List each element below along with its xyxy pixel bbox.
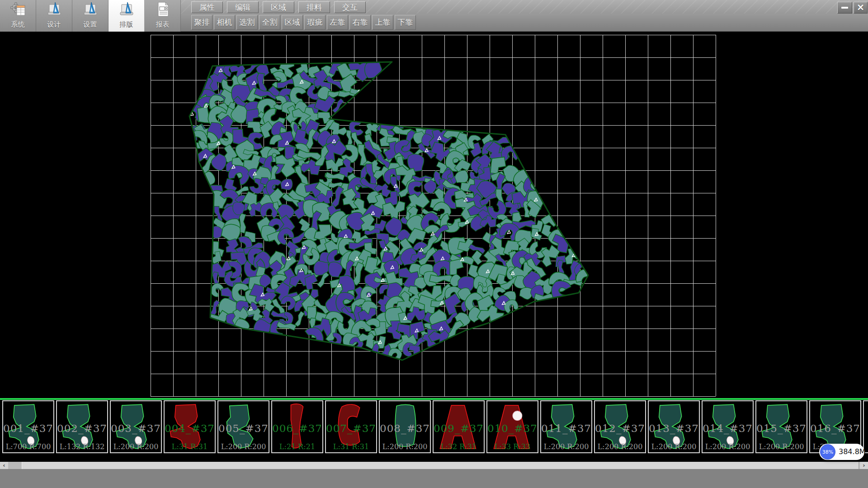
system-icon xyxy=(10,1,26,20)
piece-id: 007_#37 xyxy=(326,422,376,434)
scroll-left-button[interactable]: ‹ xyxy=(0,462,8,469)
piece-id: 011_#37 xyxy=(541,422,591,434)
piece-id: 012_#37 xyxy=(595,422,645,434)
piece-lr-count: L:700 R:700 xyxy=(3,442,53,451)
piece-lr-count: L:200 R:200 xyxy=(649,442,699,451)
thumbnail-7[interactable]: 007_#37 L:31 R:31 xyxy=(325,400,377,453)
thumbnail-9[interactable]: 009_#37 L:32 R:31 xyxy=(433,400,485,453)
piece-lr-count: L:132 R:132 xyxy=(57,442,107,451)
thumbnail-13[interactable]: 013_#37 L:200 R:200 xyxy=(648,400,700,453)
piece-lr-count: L:200 R:200 xyxy=(756,442,807,451)
tool-button-10[interactable]: 下靠 xyxy=(395,15,416,30)
piece-lr-count: L:31 R:31 xyxy=(326,442,376,451)
piece-id: 016_#37 xyxy=(810,422,860,434)
piece-id: 001_#37 xyxy=(3,422,53,434)
thumbnail-11[interactable]: 011_#37 L:200 R:200 xyxy=(540,400,592,453)
piece-id: 002_#37 xyxy=(57,422,107,434)
tool-button-8[interactable]: 右靠 xyxy=(349,15,371,30)
piece-lr-count: L:200 R:200 xyxy=(380,442,430,451)
piece-id: 005_#37 xyxy=(218,422,269,434)
horizontal-scrollbar[interactable]: ‹ › xyxy=(0,462,868,469)
piece-id: 009_#37 xyxy=(434,422,484,434)
thumbnail-15[interactable]: 015_#37 L:200 R:200 xyxy=(755,400,807,453)
piece-id: 004_#37 xyxy=(165,422,215,434)
minimize-button[interactable] xyxy=(837,2,852,14)
minimize-icon xyxy=(841,7,848,9)
tool-button-2[interactable]: 相机 xyxy=(214,15,235,30)
piece-id: 013_#37 xyxy=(649,422,699,434)
mode-nav: 系统 设计 设置 排版 报表 xyxy=(0,0,181,32)
tool-button-7[interactable]: 左靠 xyxy=(327,15,348,30)
design-icon xyxy=(46,1,62,20)
nav-button-3[interactable]: 设置 xyxy=(72,0,108,32)
thumbnail-5[interactable]: 005_#37 L:200 R:200 xyxy=(217,400,269,453)
menu-tab-2[interactable]: 编辑 xyxy=(227,1,259,13)
piece-id: 014_#37 xyxy=(703,422,753,434)
scrollbar-thumb[interactable] xyxy=(22,462,859,469)
thumbnail-3[interactable]: 003_#37 L:200 R:200 xyxy=(110,400,162,453)
piece-lr-count: L:21 R:21 xyxy=(272,442,322,451)
nav-label: 排版 xyxy=(120,20,133,29)
piece-id: 015_#37 xyxy=(756,422,807,434)
nav-button-2[interactable]: 设计 xyxy=(36,0,72,32)
piece-thumbnail-strip: 001_#37 L:700 R:700 002_#37 L:132 R:132 … xyxy=(0,400,868,454)
piece-lr-count: L:200 R:200 xyxy=(541,442,591,451)
thumbnail-4[interactable]: 004_#37 L:31 R:31 xyxy=(164,400,216,453)
thumbnail-14[interactable]: 014_#37 L:200 R:200 xyxy=(702,400,754,453)
memory-size-label: 384.8M xyxy=(839,447,866,456)
piece-id: 006_#37 xyxy=(272,422,322,434)
tool-button-9[interactable]: 上靠 xyxy=(372,15,393,30)
thumbnail-17[interactable] xyxy=(863,400,868,453)
piece-lr-count: L:31 R:31 xyxy=(165,442,215,451)
close-icon: × xyxy=(857,3,865,12)
nav-label: 报表 xyxy=(156,20,170,29)
layout-icon xyxy=(118,1,135,20)
thumbnail-8[interactable]: 008_#37 L:200 R:200 xyxy=(379,400,431,453)
piece-lr-count: L:200 R:200 xyxy=(111,442,161,451)
status-bar xyxy=(0,469,868,488)
progress-percent: 38% xyxy=(822,449,833,455)
menu-tab-3[interactable]: 区域 xyxy=(263,1,294,13)
progress-percent-badge: 38% xyxy=(820,444,835,460)
tool-button-5[interactable]: 区域 xyxy=(282,15,303,30)
piece-lr-count: L:33 R:33 xyxy=(487,442,538,451)
nav-label: 设计 xyxy=(47,20,61,29)
nav-button-5[interactable]: 报表 xyxy=(145,0,181,32)
close-button[interactable]: × xyxy=(854,2,868,14)
piece-id: 010_#37 xyxy=(487,422,538,434)
main-toolbar: 系统 设计 设置 排版 报表 属 xyxy=(0,0,868,32)
piece-lr-count: L:200 R:200 xyxy=(703,442,753,451)
thumbnail-2[interactable]: 002_#37 L:132 R:132 xyxy=(56,400,108,453)
tool-button-4[interactable]: 全割 xyxy=(259,15,280,30)
piece-id: 008_#37 xyxy=(380,422,430,434)
thumbnail-6[interactable]: 006_#37 L:21 R:21 xyxy=(271,400,323,453)
nav-button-4[interactable]: 排版 xyxy=(108,0,145,32)
tool-button-row: 聚排相机选割全割区域瑕疵左靠右靠上靠下靠 xyxy=(191,15,416,30)
report-icon xyxy=(155,1,171,20)
nav-label: 设置 xyxy=(84,20,97,29)
nested-pieces xyxy=(182,55,599,362)
tool-button-1[interactable]: 聚排 xyxy=(191,15,212,30)
tool-button-6[interactable]: 瑕疵 xyxy=(304,15,326,30)
piece-lr-count: L:200 R:200 xyxy=(218,442,269,451)
menu-tab-5[interactable]: 交互 xyxy=(334,1,366,13)
nav-button-1[interactable]: 系统 xyxy=(0,0,36,32)
memory-progress-badge[interactable]: 38% 384.8M xyxy=(819,444,864,460)
thumbnail-1[interactable]: 001_#37 L:700 R:700 xyxy=(2,400,54,453)
nav-label: 系统 xyxy=(11,20,25,29)
menu-tab-1[interactable]: 属性 xyxy=(191,1,223,13)
scroll-right-button[interactable]: › xyxy=(860,462,868,469)
piece-lr-count: L:32 R:31 xyxy=(434,442,484,451)
piece-id: 003_#37 xyxy=(111,422,161,434)
settings-icon xyxy=(82,1,99,20)
piece-lr-count: L:200 R:200 xyxy=(595,442,645,451)
piece-shape xyxy=(866,402,868,452)
menu-tab-row: 属性编辑区域排料交互 xyxy=(191,1,366,13)
menu-tab-4[interactable]: 排料 xyxy=(298,1,330,13)
nesting-canvas[interactable] xyxy=(0,32,868,398)
thumbnail-10[interactable]: 010_#37 L:33 R:33 xyxy=(486,400,538,453)
canvas-drawing xyxy=(0,32,868,398)
thumbnail-12[interactable]: 012_#37 L:200 R:200 xyxy=(594,400,646,453)
tool-button-3[interactable]: 选割 xyxy=(236,15,258,30)
